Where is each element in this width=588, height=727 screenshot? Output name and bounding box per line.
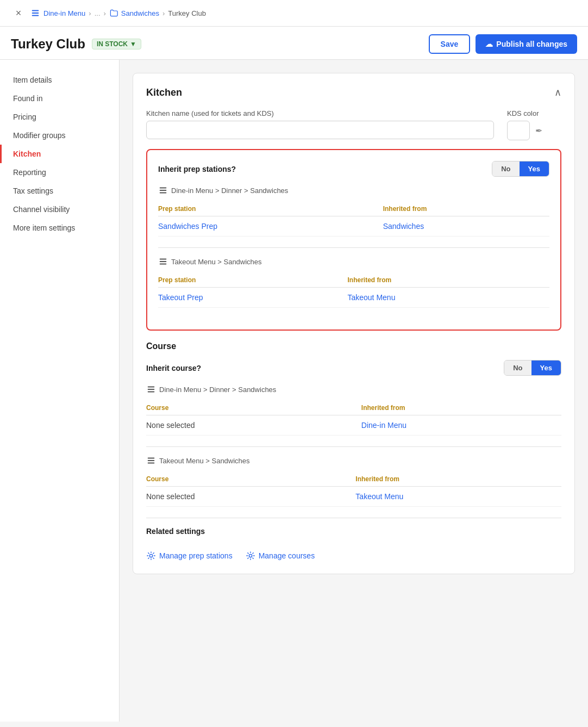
manage-courses-link[interactable]: Manage courses <box>246 551 315 561</box>
menu-icon-1 <box>158 185 168 195</box>
prep-inherit-toggle: No Yes <box>492 161 549 177</box>
svg-rect-13 <box>148 460 155 461</box>
sidebar-item-kitchen[interactable]: Kitchen <box>0 145 119 163</box>
close-button[interactable]: × <box>11 5 26 21</box>
course-yes-button[interactable]: Yes <box>531 361 561 375</box>
gear-icon-2 <box>246 551 255 561</box>
course-col2-header-2: Inherited from <box>355 472 561 487</box>
prep-no-button[interactable]: No <box>492 161 519 176</box>
prep-station-1[interactable]: Sandwiches Prep <box>158 216 383 237</box>
breadcrumb-sep-2: › <box>104 9 106 17</box>
upload-icon: ☁ <box>485 40 493 48</box>
main-layout: Item details Found in Pricing Modifier g… <box>0 60 588 722</box>
course-divider <box>146 446 561 447</box>
svg-rect-1 <box>32 13 39 14</box>
prep-inherited-1[interactable]: Sandwiches <box>383 216 549 237</box>
prep-col1-header-1: Prep station <box>158 202 383 216</box>
menu-icon-2 <box>158 257 168 266</box>
menu-icon <box>30 8 40 18</box>
prep-inherit-label: Inherit prep stations? <box>158 165 236 173</box>
prep-stations-card: Inherit prep stations? No Yes Di <box>146 149 561 331</box>
manage-prep-stations-link[interactable]: Manage prep stations <box>146 551 233 561</box>
breadcrumb-dots[interactable]: ... <box>95 9 101 17</box>
kds-color-box[interactable] <box>507 121 530 140</box>
publish-button[interactable]: ☁ Publish all changes <box>476 34 577 54</box>
prep-yes-button[interactable]: Yes <box>520 161 549 176</box>
title-bar: Turkey Club IN STOCK ▼ Save ☁ Publish al… <box>0 27 588 60</box>
svg-rect-7 <box>160 261 167 262</box>
breadcrumb-sep-1: › <box>89 9 91 17</box>
sidebar-item-tax-settings[interactable]: Tax settings <box>0 182 119 200</box>
prep-col2-header-1: Inherited from <box>383 202 549 216</box>
eyedropper-icon[interactable]: ✒ <box>535 126 542 135</box>
course-inherited-1[interactable]: Dine-in Menu <box>361 415 561 436</box>
sidebar-item-found-in[interactable]: Found in <box>0 89 119 108</box>
related-divider <box>146 518 561 518</box>
course-no-button[interactable]: No <box>504 361 531 375</box>
sidebar-item-reporting[interactable]: Reporting <box>0 163 119 182</box>
gear-icon <box>146 551 156 561</box>
course-path-1: Dine-in Menu > Dinner > Sandwiches <box>146 384 561 394</box>
menu-icon-course-2 <box>146 456 156 465</box>
course-inherit-row: Inherit course? No Yes <box>146 360 561 376</box>
svg-rect-11 <box>148 392 155 393</box>
kitchen-name-input[interactable] <box>146 121 494 139</box>
kitchen-title: Kitchen <box>146 87 182 98</box>
breadcrumb: Dine-in Menu › ... › Sandwiches › Turkey… <box>30 8 206 18</box>
top-bar: × Dine-in Menu › ... › Sandwiches › Turk… <box>0 0 588 27</box>
sidebar-item-pricing[interactable]: Pricing <box>0 108 119 126</box>
course-path-2: Takeout Menu > Sandwiches <box>146 456 561 465</box>
kitchen-collapse-button[interactable]: ∧ <box>554 86 561 98</box>
kitchen-section-header: Kitchen ∧ <box>146 86 561 98</box>
prep-col1-header-2: Prep station <box>158 273 347 288</box>
course-table-2: Course Inherited from None selected Take… <box>146 472 561 507</box>
svg-rect-3 <box>160 188 167 189</box>
course-col1-header-1: Course <box>146 401 361 415</box>
kds-color-controls: ✒ <box>507 121 561 140</box>
table-row: None selected Takeout Menu <box>146 487 561 507</box>
svg-rect-9 <box>148 387 155 388</box>
course-table-1: Course Inherited from None selected Dine… <box>146 401 561 436</box>
kds-color-label: KDS color <box>507 109 561 117</box>
save-button[interactable]: Save <box>429 34 471 54</box>
prep-station-2[interactable]: Takeout Prep <box>158 288 347 308</box>
prep-table-1: Prep station Inherited from Sandwiches P… <box>158 202 549 237</box>
related-settings-title: Related settings <box>146 527 561 536</box>
kitchen-form-row: Kitchen name (used for tickets and KDS) … <box>146 109 561 140</box>
svg-rect-8 <box>160 264 167 265</box>
breadcrumb-dine-in-menu[interactable]: Dine-in Menu <box>43 9 85 17</box>
sidebar-item-modifier-groups[interactable]: Modifier groups <box>0 126 119 145</box>
folder-icon <box>109 9 118 17</box>
stock-badge: IN STOCK ▼ <box>92 39 141 49</box>
content-area: Kitchen ∧ Kitchen name (used for tickets… <box>120 60 588 722</box>
kitchen-section: Kitchen ∧ Kitchen name (used for tickets… <box>133 73 575 574</box>
course-entry-1: Dine-in Menu > Dinner > Sandwiches Cours… <box>146 384 561 436</box>
kitchen-name-group: Kitchen name (used for tickets and KDS) <box>146 109 494 139</box>
kitchen-name-label: Kitchen name (used for tickets and KDS) <box>146 109 494 117</box>
svg-rect-4 <box>160 190 167 191</box>
kds-color-group: KDS color ✒ <box>507 109 561 140</box>
prep-entry-2: Takeout Menu > Sandwiches Prep station I… <box>158 257 549 308</box>
course-col1-header-2: Course <box>146 472 355 487</box>
course-col2-header-1: Inherited from <box>361 401 561 415</box>
prep-inherited-2[interactable]: Takeout Menu <box>347 288 549 308</box>
table-row: None selected Dine-in Menu <box>146 415 561 436</box>
prep-table-2: Prep station Inherited from Takeout Prep… <box>158 273 549 308</box>
sidebar: Item details Found in Pricing Modifier g… <box>0 60 120 722</box>
svg-point-15 <box>149 554 152 557</box>
breadcrumb-sandwiches[interactable]: Sandwiches <box>121 9 159 17</box>
sidebar-item-item-details[interactable]: Item details <box>0 71 119 89</box>
svg-rect-10 <box>148 389 155 390</box>
table-row: Takeout Prep Takeout Menu <box>158 288 549 308</box>
course-inherited-2[interactable]: Takeout Menu <box>355 487 561 507</box>
course-inherit-label: Inherit course? <box>146 364 201 372</box>
svg-rect-2 <box>32 15 39 16</box>
menu-icon-course-1 <box>146 384 156 394</box>
sidebar-item-channel-visibility[interactable]: Channel visibility <box>0 200 119 219</box>
chevron-down-icon[interactable]: ▼ <box>130 40 136 48</box>
breadcrumb-current: Turkey Club <box>168 9 206 17</box>
svg-rect-5 <box>160 192 167 194</box>
prep-entry-1: Dine-in Menu > Dinner > Sandwiches Prep … <box>158 185 549 237</box>
course-value-1: None selected <box>146 415 361 436</box>
sidebar-item-more-item-settings[interactable]: More item settings <box>0 219 119 237</box>
